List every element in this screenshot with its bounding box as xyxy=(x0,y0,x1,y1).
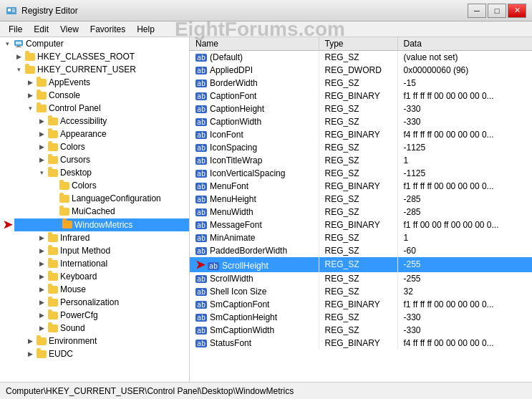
table-row[interactable]: abMinAnimateREG_SZ1 xyxy=(190,231,532,244)
col-header-name[interactable]: Name xyxy=(190,37,319,51)
tree-item-cursors[interactable]: ▶ Cursors xyxy=(0,153,189,166)
table-row[interactable]: abCaptionFontREG_BINARYf1 ff ff ff 00 00… xyxy=(190,90,532,102)
registry-table: Name Type Data ab(Default)REG_SZ(value n… xyxy=(190,37,532,350)
minimize-button[interactable]: ─ xyxy=(468,4,486,18)
registry-entry-name: (Default) xyxy=(210,52,243,62)
table-row[interactable]: abMenuFontREG_BINARYf1 ff ff ff 00 00 00… xyxy=(190,180,532,193)
tree-item-hkcu[interactable]: ▾ HKEY_CURRENT_USER xyxy=(0,63,189,76)
tree-item-langconfig[interactable]: LanguageConfiguration xyxy=(0,192,189,205)
table-row[interactable]: abPaddedBorderWidthREG_SZ-60 xyxy=(190,244,532,257)
col-header-data[interactable]: Data xyxy=(397,37,532,51)
table-row[interactable]: abScrollWidthREG_SZ-255 xyxy=(190,272,532,285)
expander-desktop[interactable]: ▾ xyxy=(36,167,47,178)
table-row[interactable]: abIconVerticalSpacingREG_SZ-1125 xyxy=(190,167,532,180)
table-row[interactable]: abAppliedDPIREG_DWORD0x00000060 (96) xyxy=(190,64,532,77)
tree-label-appevents: AppEvents xyxy=(49,77,90,87)
cell-name: abIconFont xyxy=(190,128,319,141)
cell-data: f1 ff ff ff 00 00 00 00 0... xyxy=(397,90,532,102)
expander-accessibility[interactable]: ▶ xyxy=(36,115,47,127)
tree-panel[interactable]: ▾ Computer ▶ HKEY_CLASSES_ROOT ▾ HKEY_CU… xyxy=(0,37,190,382)
tree-item-mouse[interactable]: ▶ Mouse xyxy=(0,283,189,296)
tree-item-windowmetrics[interactable]: WindowMetrics xyxy=(14,218,189,231)
expander-windowmetrics[interactable] xyxy=(50,219,62,231)
expander-environment[interactable]: ▶ xyxy=(24,335,36,347)
expander-console[interactable]: ▶ xyxy=(24,90,36,101)
table-row[interactable]: ➤abScrollHeightREG_SZ-255 xyxy=(190,257,532,272)
table-row[interactable]: abIconTitleWrapREG_SZ1 xyxy=(190,154,532,167)
maximize-button[interactable]: □ xyxy=(488,4,506,18)
menu-help[interactable]: Help xyxy=(131,23,160,36)
expander-cursors[interactable]: ▶ xyxy=(36,154,47,165)
cell-type: REG_BINARY xyxy=(319,180,397,193)
expander-inputmethod[interactable]: ▶ xyxy=(36,245,47,256)
expander-powercfg[interactable]: ▶ xyxy=(36,309,47,321)
table-row[interactable]: abMenuWidthREG_SZ-285 xyxy=(190,206,532,218)
table-row[interactable]: abMessageFontREG_BINARYf1 ff 00 00 ff 00… xyxy=(190,218,532,231)
tree-item-controlpanel[interactable]: ▾ Control Panel xyxy=(0,102,189,115)
menu-file[interactable]: File xyxy=(3,23,28,36)
tree-item-keyboard[interactable]: ▶ Keyboard xyxy=(0,270,189,283)
expander-infrared[interactable]: ▶ xyxy=(36,232,47,244)
tree-item-international[interactable]: ▶ International xyxy=(0,257,189,270)
tree-item-appearance[interactable]: ▶ Appearance xyxy=(0,128,189,140)
table-row[interactable]: abSmCaptionFontREG_BINARYf1 ff ff ff 00 … xyxy=(190,298,532,311)
ab-icon: ab xyxy=(195,67,207,74)
expander-computer[interactable]: ▾ xyxy=(1,38,13,49)
expander-appevents[interactable]: ▶ xyxy=(24,77,36,88)
expander-personalization[interactable]: ▶ xyxy=(36,297,47,308)
table-row[interactable]: abCaptionHeightREG_SZ-330 xyxy=(190,102,532,115)
tree-item-console[interactable]: ▶ Console xyxy=(0,89,189,102)
expander-hkcu[interactable]: ▾ xyxy=(13,64,24,75)
table-row[interactable]: abStatusFontREG_BINARYf4 ff ff ff 00 00 … xyxy=(190,337,532,350)
tree-item-accessibility[interactable]: ▶ Accessibility xyxy=(0,115,189,128)
expander-mouse[interactable]: ▶ xyxy=(36,284,47,295)
table-row[interactable]: abMenuHeightREG_SZ-285 xyxy=(190,193,532,206)
expander-desktop-colors[interactable] xyxy=(47,180,59,191)
table-row[interactable]: abSmCaptionWidthREG_SZ-330 xyxy=(190,324,532,337)
tree-item-sound[interactable]: ▶ Sound xyxy=(0,322,189,335)
tree-item-infrared[interactable]: ▶ Infrared xyxy=(0,231,189,244)
expander-muicached[interactable] xyxy=(47,206,59,217)
expander-colors[interactable]: ▶ xyxy=(36,141,47,153)
tree-item-desktop-colors[interactable]: Colors xyxy=(0,179,189,192)
app-icon xyxy=(6,5,17,16)
cell-type: REG_SZ xyxy=(319,154,397,167)
expander-international[interactable]: ▶ xyxy=(36,258,47,269)
table-row[interactable]: abIconSpacingREG_SZ-1125 xyxy=(190,141,532,154)
expander-langconfig[interactable] xyxy=(47,193,59,204)
col-header-type[interactable]: Type xyxy=(319,37,397,51)
cell-data: -1125 xyxy=(397,167,532,180)
tree-item-computer[interactable]: ▾ Computer xyxy=(0,37,189,50)
tree-item-hkcr[interactable]: ▶ HKEY_CLASSES_ROOT xyxy=(0,50,189,63)
table-row[interactable]: abIconFontREG_BINARYf4 ff ff ff 00 00 00… xyxy=(190,128,532,141)
folder-icon-environment xyxy=(36,335,47,347)
cell-data: -1125 xyxy=(397,141,532,154)
table-row[interactable]: abShell Icon SizeREG_SZ32 xyxy=(190,285,532,298)
expander-hkcr[interactable]: ▶ xyxy=(13,51,24,62)
expander-keyboard[interactable]: ▶ xyxy=(36,271,47,282)
menu-favorites[interactable]: Favorites xyxy=(84,23,131,36)
cell-type: REG_SZ xyxy=(319,231,397,244)
tree-item-powercfg[interactable]: ▶ PowerCfg xyxy=(0,309,189,322)
menu-view[interactable]: View xyxy=(54,23,84,36)
expander-appearance[interactable]: ▶ xyxy=(36,128,47,140)
table-row[interactable]: abSmCaptionHeightREG_SZ-330 xyxy=(190,311,532,324)
table-row[interactable]: abCaptionWidthREG_SZ-330 xyxy=(190,115,532,128)
tree-item-appevents[interactable]: ▶ AppEvents xyxy=(0,76,189,89)
menu-edit[interactable]: Edit xyxy=(28,23,54,36)
tree-item-colors[interactable]: ▶ Colors xyxy=(0,140,189,153)
tree-item-muicached[interactable]: MuiCached xyxy=(0,205,189,218)
expander-eudc[interactable]: ▶ xyxy=(24,348,36,360)
tree-item-environment[interactable]: ▶ Environment xyxy=(0,335,189,347)
folder-icon-colors xyxy=(47,141,59,153)
close-button[interactable]: ✕ xyxy=(508,4,526,18)
cell-type: REG_SZ xyxy=(319,167,397,180)
table-row[interactable]: ab(Default)REG_SZ(value not set) xyxy=(190,51,532,64)
tree-item-eudc[interactable]: ▶ EUDC xyxy=(0,347,189,360)
tree-item-desktop[interactable]: ▾ Desktop xyxy=(0,166,189,179)
expander-controlpanel[interactable]: ▾ xyxy=(24,102,36,114)
table-row[interactable]: abBorderWidthREG_SZ-15 xyxy=(190,77,532,90)
expander-sound[interactable]: ▶ xyxy=(36,322,47,334)
tree-item-inputmethod[interactable]: ▶ Input Method xyxy=(0,244,189,257)
tree-item-personalization[interactable]: ▶ Personalization xyxy=(0,296,189,309)
